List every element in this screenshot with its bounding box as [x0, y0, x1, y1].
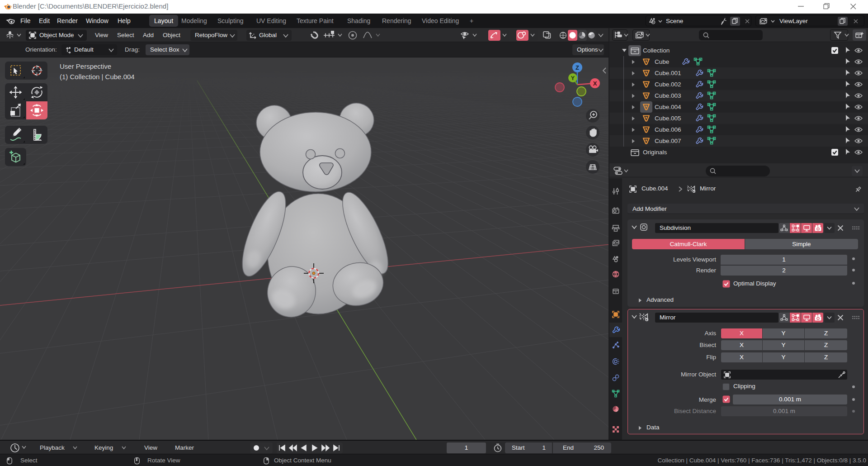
svg-text:Z: Z [576, 64, 579, 71]
svg-text:X: X [593, 80, 597, 87]
svg-text:Y: Y [571, 75, 575, 81]
